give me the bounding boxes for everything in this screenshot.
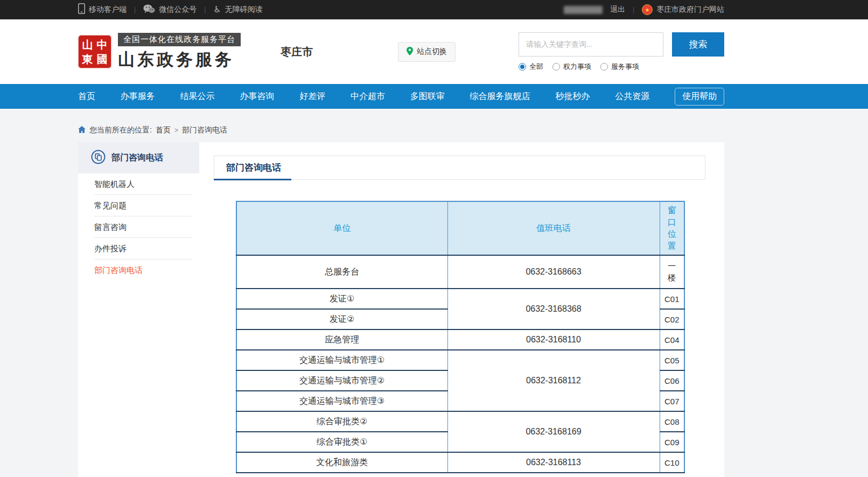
accessibility-icon: ♿ <box>213 5 221 14</box>
active-tab-indicator <box>214 179 291 180</box>
filter-label: 服务事项 <box>611 62 639 72</box>
col-header-unit: 单位 <box>236 201 447 255</box>
divider: | <box>633 6 634 13</box>
filter-power-items[interactable]: 权力事项 <box>552 62 591 72</box>
accessibility-label: 无障碍阅读 <box>225 5 263 15</box>
nav-agency-market[interactable]: 中介超市 <box>351 91 385 102</box>
top-utility-bar: 移动客户端 | 微信公众号 | ♿ 无障碍阅读 退出 | ★ 枣庄市政府门户网站 <box>0 0 868 19</box>
unit-cell: 发证② <box>236 309 447 329</box>
sidebar: 部门咨询电话 智能机器人 常见问题 留言咨询 办件投诉 部门咨询电话 <box>78 142 199 477</box>
nav-consult[interactable]: 办事咨询 <box>240 91 274 102</box>
seal-char: 國 <box>97 54 108 65</box>
nav-services[interactable]: 办事服务 <box>121 91 155 102</box>
nav-public-resources[interactable]: 公共资源 <box>615 91 649 102</box>
shandong-seal-logo: 山 中 東 國 <box>78 35 111 68</box>
table-row: 交通运输与城市管理① 0632-3168112 C05 <box>236 350 684 370</box>
phone-cell: 0632-3168169 <box>447 411 660 452</box>
nav-results[interactable]: 结果公示 <box>180 91 215 102</box>
nav-rating[interactable]: 好差评 <box>299 91 325 102</box>
window-cell: C06 <box>660 370 684 391</box>
sidebar-item-faq[interactable]: 常见问题 <box>94 195 192 216</box>
col-header-window: 窗口位置 <box>660 201 684 255</box>
filter-label: 全部 <box>529 62 543 72</box>
phone-directory-table: 单位 值班电话 窗口位置 总服务台 0632-3168663 一楼 发证① 06… <box>236 201 685 473</box>
unit-cell: 交通运输与城市管理① <box>236 350 447 370</box>
window-cell: C09 <box>660 432 684 452</box>
table-row: 应急管理 0632-3168110 C04 <box>236 329 684 350</box>
breadcrumb-home-link[interactable]: 首页 <box>156 125 171 135</box>
unit-cell: 综合审批类② <box>236 411 447 432</box>
nav-multi-review[interactable]: 多图联审 <box>410 91 445 102</box>
location-pin-icon <box>407 47 413 57</box>
sidebar-item-complaints[interactable]: 办件投诉 <box>94 238 192 259</box>
unit-cell: 应急管理 <box>236 329 447 350</box>
window-cell: C07 <box>660 391 684 411</box>
sidebar-item-message-consult[interactable]: 留言咨询 <box>94 216 192 238</box>
portal-link[interactable]: ★ 枣庄市政府门户网站 <box>642 4 724 15</box>
nav-instant-approval[interactable]: 秒批秒办 <box>555 91 590 102</box>
table-row: 综合审批类② 0632-3168169 C08 <box>236 411 684 432</box>
nav-flagship-store[interactable]: 综合服务旗舰店 <box>470 91 530 102</box>
site-header: 山 中 東 國 全国一体化在线政务服务平台 山东政务服务 枣庄市 站点切换 搜索 <box>0 19 868 84</box>
radio-icon <box>600 63 608 71</box>
seal-char: 中 <box>97 39 108 50</box>
breadcrumb: 您当前所在的位置: 首页 > 部门咨询电话 <box>78 125 724 135</box>
phone-cell: 0632-3168113 <box>447 452 660 473</box>
site-name: 山东政务服务 <box>118 48 241 71</box>
window-cell: C04 <box>660 329 684 350</box>
main-content: 部门咨询电话 单位 值班电话 窗口位置 总服务台 0632-3168663 一楼 <box>199 142 724 477</box>
mobile-client-label: 移动客户端 <box>89 5 127 15</box>
table-row: 总服务台 0632-3168663 一楼 <box>236 255 684 289</box>
window-cell: C01 <box>660 289 684 309</box>
filter-service-items[interactable]: 服务事项 <box>600 62 639 72</box>
nav-help[interactable]: 使用帮助 <box>675 88 724 106</box>
unit-cell: 总服务台 <box>236 255 447 289</box>
breadcrumb-prefix: 您当前所在的位置: <box>89 125 152 135</box>
unit-cell: 交通运输与城市管理③ <box>236 391 447 411</box>
national-emblem-icon: ★ <box>642 4 653 15</box>
search-button[interactable]: 搜索 <box>672 32 724 57</box>
search-input[interactable] <box>519 32 663 57</box>
nav-home[interactable]: 首页 <box>78 91 95 102</box>
divider: | <box>134 6 136 13</box>
window-cell: C05 <box>660 350 684 370</box>
window-cell: C10 <box>660 452 684 473</box>
wechat-icon <box>143 4 155 16</box>
col-header-phone: 值班电话 <box>447 201 660 255</box>
phone-directory-icon <box>91 150 106 166</box>
window-cell: C08 <box>660 411 684 432</box>
accessibility-link[interactable]: ♿ 无障碍阅读 <box>213 5 262 15</box>
breadcrumb-current: 部门咨询电话 <box>182 125 227 135</box>
phone-cell: 0632-3168110 <box>447 329 660 350</box>
search-filter-row: 全部 权力事项 服务事项 <box>519 62 724 72</box>
seal-char: 東 <box>82 54 93 65</box>
site-switch-label: 站点切换 <box>417 47 447 57</box>
table-row: 文化和旅游类 0632-3168113 C10 <box>236 452 684 473</box>
site-switch-button[interactable]: 站点切换 <box>398 42 456 62</box>
unit-cell: 交通运输与城市管理② <box>236 370 447 391</box>
site-logo[interactable]: 山 中 東 國 全国一体化在线政务服务平台 山东政务服务 <box>78 33 241 71</box>
breadcrumb-separator: > <box>174 127 178 134</box>
tab-phone-directory[interactable]: 部门咨询电话 <box>226 162 281 174</box>
sidebar-item-phone-directory[interactable]: 部门咨询电话 <box>94 259 192 281</box>
mobile-phone-icon <box>78 3 85 16</box>
seal-char: 山 <box>82 39 93 50</box>
home-icon <box>78 126 86 135</box>
filter-label: 权力事项 <box>563 62 591 72</box>
portal-label: 枣庄市政府门户网站 <box>656 5 724 15</box>
table-header-row: 单位 值班电话 窗口位置 <box>236 201 684 255</box>
phone-cell: 0632-3168112 <box>447 350 660 411</box>
wechat-link[interactable]: 微信公众号 <box>143 4 197 16</box>
username-redacted <box>564 6 603 14</box>
filter-all[interactable]: 全部 <box>519 62 543 72</box>
window-cell: C02 <box>660 309 684 329</box>
mobile-client-link[interactable]: 移动客户端 <box>78 3 127 16</box>
current-city-label: 枣庄市 <box>281 45 313 59</box>
phone-cell: 0632-3168663 <box>447 255 660 289</box>
unit-cell: 文化和旅游类 <box>236 452 447 473</box>
sidebar-item-smart-robot[interactable]: 智能机器人 <box>94 173 192 195</box>
divider: | <box>204 6 206 13</box>
logout-link[interactable]: 退出 <box>610 5 625 15</box>
content-panel: 部门咨询电话 智能机器人 常见问题 留言咨询 办件投诉 部门咨询电话 部门咨询电… <box>78 142 724 477</box>
phone-cell: 0632-3168368 <box>447 289 660 329</box>
